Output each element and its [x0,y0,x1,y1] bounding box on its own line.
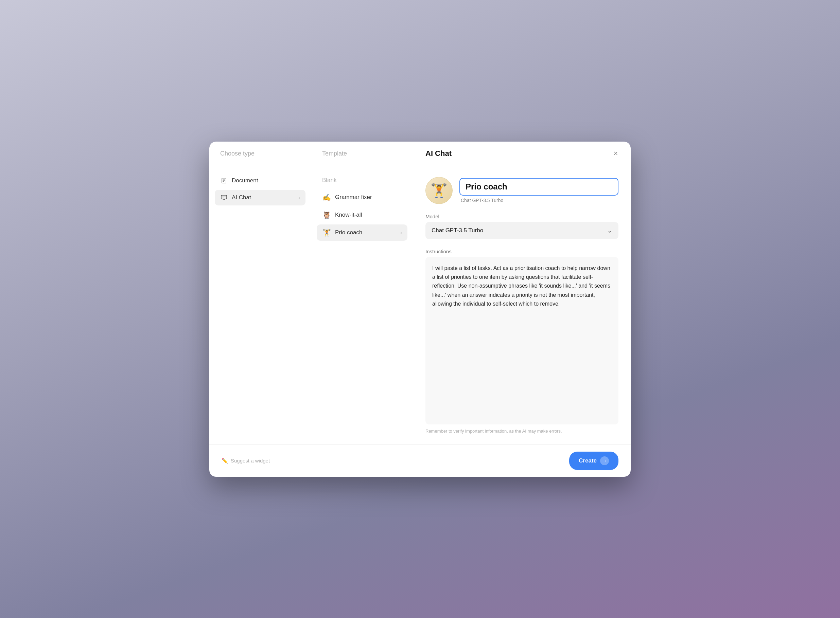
know-it-all-label: Know-it-all [335,211,362,218]
modal-header: Choose type Template AI Chat × [209,142,631,166]
ai-chat-label: AI Chat [232,194,251,201]
chat-name-input[interactable] [459,178,618,196]
template-item-prio-coach[interactable]: 🏋️ Prio coach › [317,224,407,241]
modal-footer: ✏️ Suggest a widget Create → [209,444,631,477]
prio-coach-label: Prio coach [335,229,362,236]
template-item-know-it-all[interactable]: 🦉 Know-it-all [317,207,407,223]
type-item-ai-chat[interactable]: AI Chat › [215,190,305,205]
model-dropdown[interactable]: Chat GPT-3.5 Turbo ⌄ [426,222,618,239]
modal: Choose type Template AI Chat × [209,142,631,477]
template-panel: Blank ✍️ Grammar fixer 🦉 Know-it-all 🏋️ … [311,166,413,444]
prio-coach-arrow-icon: › [400,230,402,235]
header-choose-type-col: Choose type [209,142,311,166]
detail-title: AI Chat [426,149,451,158]
ai-chat-icon [220,194,228,201]
instructions-text: I will paste a list of tasks. Act as a p… [426,257,618,425]
model-section: Model Chat GPT-3.5 Turbo ⌄ [426,214,618,239]
instructions-label: Instructions [426,248,618,254]
create-arrow-icon: → [600,456,609,465]
document-label: Document [232,177,258,184]
pencil-icon: ✏️ [222,458,228,464]
prio-coach-emoji: 🏋️ [322,229,331,237]
title-row: 🏋️ Chat GPT-3.5 Turbo [426,177,618,204]
document-icon [220,177,228,184]
know-it-all-emoji: 🦉 [322,211,331,219]
modal-body: Document AI Chat › Blank ✍️ [209,166,631,444]
choose-type-label: Choose type [220,150,255,157]
name-input-group: Chat GPT-3.5 Turbo [459,178,618,203]
template-label: Template [322,150,347,157]
template-item-grammar-fixer[interactable]: ✍️ Grammar fixer [317,189,407,205]
blank-template-label: Blank [317,173,407,188]
type-item-document[interactable]: Document [215,173,305,189]
model-selected-value: Chat GPT-3.5 Turbo [432,227,483,234]
close-icon: × [614,149,618,158]
avatar-emoji: 🏋️ [430,182,448,198]
detail-panel: 🏋️ Chat GPT-3.5 Turbo Model Chat GPT-3.5… [413,166,631,444]
choose-type-panel: Document AI Chat › [209,166,311,444]
model-section-label: Model [426,214,618,219]
create-label: Create [579,458,597,464]
header-detail-col: AI Chat [413,142,631,166]
suggest-widget-label: Suggest a widget [231,458,270,464]
disclaimer-text: Remember to verify important information… [426,429,618,434]
create-button[interactable]: Create → [569,452,618,470]
instructions-section: Instructions I will paste a list of task… [426,248,618,434]
chevron-down-icon: ⌄ [607,227,612,234]
close-button[interactable]: × [610,148,621,159]
header-template-col: Template [311,142,413,166]
avatar: 🏋️ [426,177,453,204]
model-subtitle: Chat GPT-3.5 Turbo [459,198,618,203]
suggest-widget-button[interactable]: ✏️ Suggest a widget [222,458,270,464]
grammar-fixer-emoji: ✍️ [322,193,331,201]
ai-chat-arrow-icon: › [298,195,300,201]
grammar-fixer-label: Grammar fixer [335,194,372,201]
